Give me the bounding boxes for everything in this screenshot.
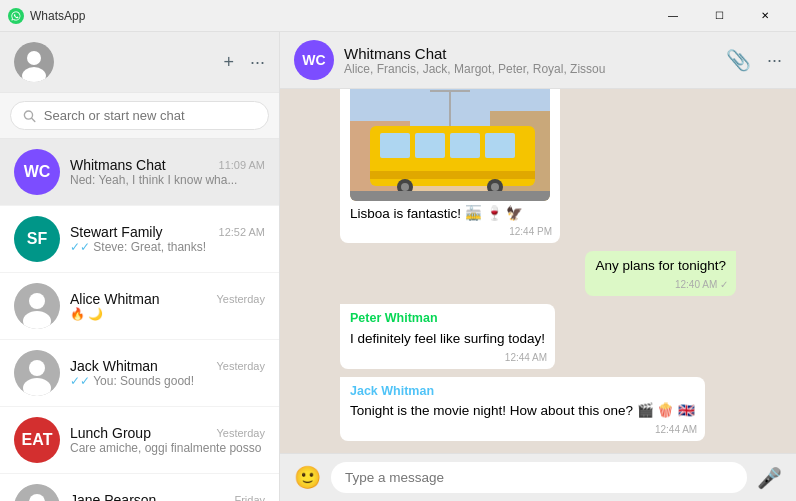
chat-panel: WC Whitmans Chat Alice, Francis, Jack, M… [280, 32, 796, 501]
svg-rect-25 [450, 133, 480, 158]
message-row: Jack WhitmanTonight is the movie night! … [340, 377, 736, 441]
chat-header: WC Whitmans Chat Alice, Francis, Jack, M… [280, 32, 796, 89]
chat-preview: ✓✓ You: Sounds good! [70, 374, 265, 388]
svg-line-5 [32, 118, 35, 121]
message-bubble: Jack WhitmanTonight is the movie night! … [340, 377, 705, 441]
avatar: EAT [14, 417, 60, 463]
chat-members: Alice, Francis, Jack, Margot, Peter, Roy… [344, 62, 716, 76]
chat-name: Whitmans Chat [70, 157, 166, 173]
menu-button[interactable]: ··· [250, 52, 265, 73]
attach-button[interactable]: 📎 [726, 48, 751, 72]
app-title: WhatsApp [30, 9, 85, 23]
user-avatar[interactable] [14, 42, 54, 82]
chat-name: Jane Pearson [70, 492, 156, 501]
chat-time: 11:09 AM [219, 159, 265, 171]
input-bar: 🙂 🎤 [280, 453, 796, 501]
message-row: Peter WhitmanI definitely feel like surf… [340, 304, 736, 368]
svg-point-31 [491, 183, 499, 191]
search-bar [0, 93, 279, 139]
maximize-button[interactable]: ☐ [696, 0, 742, 32]
message-text: Lisboa is fantastic! 🚋 🍷 🦅 [350, 206, 523, 221]
emoji-button[interactable]: 🙂 [294, 465, 321, 491]
chat-time: 12:52 AM [219, 226, 265, 238]
chat-time: Friday [234, 494, 265, 501]
message-sender: Peter Whitman [350, 310, 545, 328]
svg-point-2 [27, 51, 41, 65]
message-text: I definitely feel like surfing today! [350, 331, 545, 346]
chat-time: Yesterday [216, 293, 265, 305]
chat-item[interactable]: Alice Whitman Yesterday 🔥 🌙 [0, 273, 279, 340]
search-input[interactable] [44, 108, 256, 123]
svg-point-29 [401, 183, 409, 191]
chat-name: Lunch Group [70, 425, 151, 441]
chat-item[interactable]: EAT Lunch Group Yesterday Care amiche, o… [0, 407, 279, 474]
sidebar: + ··· WC Whitmans Chat 11:09 AM [0, 32, 280, 501]
chat-item[interactable]: Jane Pearson Friday Nice! I definitely f… [0, 474, 279, 501]
whatsapp-logo-icon [8, 8, 24, 24]
avatar: SF [14, 216, 60, 262]
chat-name: Stewart Family [70, 224, 163, 240]
message-time: 12:44 AM [505, 351, 547, 365]
message-bubble: Peter WhitmanI definitely feel like surf… [340, 304, 555, 368]
chat-list: WC Whitmans Chat 11:09 AM Ned: Yeah, I t… [0, 139, 279, 501]
svg-rect-27 [370, 171, 535, 179]
svg-rect-34 [350, 191, 550, 201]
message-text: Any plans for tonight? [595, 258, 726, 273]
avatar [14, 283, 60, 329]
message-row: Peter Whitman [340, 89, 736, 243]
new-chat-button[interactable]: + [223, 52, 234, 73]
chat-item[interactable]: SF Stewart Family 12:52 AM ✓✓ Steve: Gre… [0, 206, 279, 273]
chat-name: Whitmans Chat [344, 45, 716, 62]
search-icon [23, 109, 36, 123]
chat-time: Yesterday [216, 360, 265, 372]
chat-preview: Care amiche, oggi finalmente posso [70, 441, 265, 455]
message-input[interactable] [331, 462, 747, 493]
svg-rect-24 [415, 133, 445, 158]
message-time: 12:40 AM ✓ [675, 278, 728, 292]
title-bar: WhatsApp — ☐ ✕ [0, 0, 796, 32]
chat-name: Alice Whitman [70, 291, 159, 307]
minimize-button[interactable]: — [650, 0, 696, 32]
mic-button[interactable]: 🎤 [757, 466, 782, 490]
message-text: Tonight is the movie night! How about th… [350, 403, 695, 418]
chat-preview: ✓✓ Steve: Great, thanks! [70, 240, 265, 254]
message-image [350, 89, 550, 201]
avatar [14, 484, 60, 501]
message-time: 12:44 AM [655, 423, 697, 437]
chat-preview: 🔥 🌙 [70, 307, 265, 321]
sidebar-header: + ··· [0, 32, 279, 93]
messages-area: Peter Whitman [280, 89, 796, 453]
chat-item[interactable]: WC Whitmans Chat 11:09 AM Ned: Yeah, I t… [0, 139, 279, 206]
svg-point-7 [29, 293, 45, 309]
message-row: Any plans for tonight?12:40 AM ✓ [340, 251, 736, 296]
message-time: 12:44 PM [509, 225, 552, 239]
chat-preview: Ned: Yeah, I think I know wha... [70, 173, 265, 187]
chat-menu-button[interactable]: ··· [767, 50, 782, 71]
svg-point-0 [8, 8, 24, 24]
message-sender: Jack Whitman [350, 383, 695, 401]
svg-point-10 [29, 360, 45, 376]
avatar: WC [14, 149, 60, 195]
avatar [14, 350, 60, 396]
message-bubble: Peter Whitman [340, 89, 560, 243]
close-button[interactable]: ✕ [742, 0, 788, 32]
chat-name: Jack Whitman [70, 358, 158, 374]
group-avatar[interactable]: WC [294, 40, 334, 80]
svg-rect-23 [380, 133, 410, 158]
svg-rect-26 [485, 133, 515, 158]
chat-item[interactable]: Jack Whitman Yesterday ✓✓ You: Sounds go… [0, 340, 279, 407]
chat-time: Yesterday [216, 427, 265, 439]
message-bubble: Any plans for tonight?12:40 AM ✓ [585, 251, 736, 296]
